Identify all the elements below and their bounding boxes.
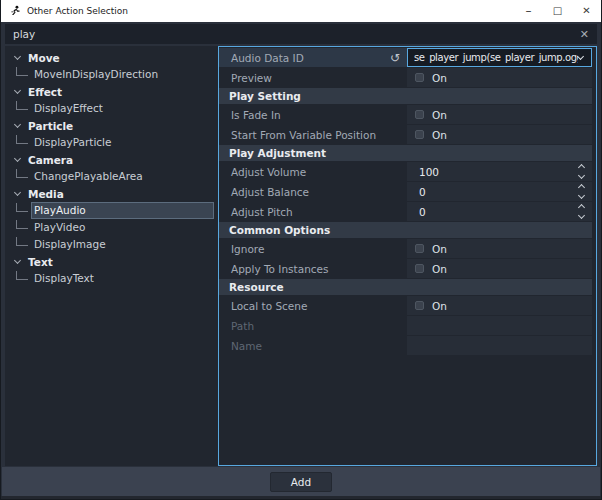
spin-updown-icon[interactable] — [579, 165, 584, 178]
tree-group-label: Media — [28, 188, 64, 200]
tree-branch-icon — [16, 67, 28, 76]
section-header-play-setting[interactable]: Play Setting — [219, 88, 592, 104]
tree-group-move[interactable]: Move — [5, 49, 218, 66]
tree-branch-icon — [16, 271, 28, 280]
spin-down-icon[interactable] — [578, 212, 585, 219]
checkbox-label: On — [432, 129, 447, 141]
tree-branch-icon — [16, 169, 28, 178]
property-value: 0 — [407, 202, 592, 221]
close-button[interactable]: ✕ — [572, 0, 601, 22]
dialog-window: Other Action Selection – □ ✕ play ✕ Move… — [0, 0, 602, 500]
spin-up-icon[interactable] — [578, 204, 585, 211]
property-row-ignore: IgnoreOn — [219, 239, 592, 258]
property-label: Start From Variable Position — [219, 125, 407, 144]
spin-updown-icon[interactable] — [579, 185, 584, 198]
tree-branch-icon — [16, 203, 28, 212]
chevron-down-icon — [14, 53, 21, 60]
path-text-field[interactable] — [407, 316, 592, 335]
dropdown-value: se_player_jump(se_player_jump.ogg) — [414, 52, 578, 63]
tree-branch-icon — [16, 135, 28, 144]
spin-updown-icon[interactable] — [579, 205, 584, 218]
action-tree: MoveMoveInDisplayDirectionEffectDisplayE… — [5, 46, 218, 466]
spin-down-icon[interactable] — [578, 172, 585, 179]
spin-value: 100 — [407, 166, 439, 178]
property-label: Adjust Pitch — [219, 202, 407, 221]
property-value: 0 — [407, 182, 592, 201]
tree-group-media[interactable]: Media — [5, 185, 218, 202]
checkbox-label: On — [432, 300, 447, 312]
tree-item-playvideo[interactable]: PlayVideo — [5, 219, 218, 236]
spin-value: 0 — [407, 186, 426, 198]
tree-item-label: PlayAudio — [31, 202, 214, 219]
tree-group-particle[interactable]: Particle — [5, 117, 218, 134]
tree-group-label: Move — [28, 52, 60, 64]
property-label-text: Start From Variable Position — [231, 129, 376, 141]
spin-down-icon[interactable] — [578, 192, 585, 199]
tree-item-label: DisplayImage — [31, 236, 214, 253]
property-label-text: Name — [231, 340, 262, 352]
property-row-apply-to-instances: Apply To InstancesOn — [219, 259, 592, 278]
audio-data-id-dropdown[interactable]: se_player_jump(se_player_jump.ogg) — [407, 48, 592, 67]
checkbox-label: On — [432, 109, 447, 121]
property-label: Name — [219, 336, 407, 355]
inspector-panel: Audio Data ID↺se_player_jump(se_player_j… — [218, 46, 597, 466]
tree-item-displayparticle[interactable]: DisplayParticle — [5, 134, 218, 151]
spin-value: 0 — [407, 206, 426, 218]
revert-icon[interactable]: ↺ — [390, 52, 400, 64]
tree-item-displayimage[interactable]: DisplayImage — [5, 236, 218, 253]
name-text-field[interactable] — [407, 336, 592, 355]
tree-group-label: Effect — [28, 86, 62, 98]
add-button[interactable]: Add — [270, 472, 332, 492]
search-input[interactable]: play ✕ — [5, 24, 597, 44]
content-area: MoveMoveInDisplayDirectionEffectDisplayE… — [5, 46, 597, 466]
footer-bar: Add — [2, 467, 600, 496]
tree-item-changeplayablearea[interactable]: ChangePlayableArea — [5, 168, 218, 185]
section-header-common-options[interactable]: Common Options — [219, 222, 592, 238]
tree-item-label: MoveInDisplayDirection — [31, 66, 214, 83]
section-header-resource[interactable]: Resource — [219, 279, 592, 295]
section-header-play-adjustment[interactable]: Play Adjustment — [219, 145, 592, 161]
tree-item-displayeffect[interactable]: DisplayEffect — [5, 100, 218, 117]
chevron-down-icon — [14, 155, 21, 162]
tree-group-effect[interactable]: Effect — [5, 83, 218, 100]
preview-checkbox[interactable] — [415, 73, 424, 82]
chevron-down-icon — [14, 87, 21, 94]
spin-up-icon[interactable] — [578, 184, 585, 191]
tree-group-text[interactable]: Text — [5, 253, 218, 270]
ignore-checkbox[interactable] — [415, 244, 424, 253]
tree-item-label: DisplayEffect — [31, 100, 214, 117]
minimize-button[interactable]: – — [514, 0, 543, 22]
property-value: On — [407, 105, 592, 124]
property-value: On — [407, 125, 592, 144]
property-label: Adjust Volume — [219, 162, 407, 181]
tree-branch-icon — [16, 237, 28, 246]
checkbox-label: On — [432, 263, 447, 275]
property-value: 100 — [407, 162, 592, 181]
property-row-adjust-balance: Adjust Balance0 — [219, 182, 592, 201]
property-row-adjust-volume: Adjust Volume100 — [219, 162, 592, 181]
search-value: play — [13, 28, 35, 40]
property-label: Preview — [219, 68, 407, 87]
spin-up-icon[interactable] — [578, 164, 585, 171]
tree-item-moveindisplaydirection[interactable]: MoveInDisplayDirection — [5, 66, 218, 83]
maximize-button[interactable]: □ — [543, 0, 572, 22]
is-fade-in-checkbox[interactable] — [415, 110, 424, 119]
start-from-variable-position-checkbox[interactable] — [415, 130, 424, 139]
property-row-start-from-variable-position: Start From Variable PositionOn — [219, 125, 592, 144]
clear-search-icon[interactable]: ✕ — [580, 28, 589, 41]
checkbox-label: On — [432, 72, 447, 84]
tree-item-playaudio[interactable]: PlayAudio — [5, 202, 218, 219]
tree-item-label: DisplayText — [31, 270, 214, 287]
property-label-text: Adjust Volume — [231, 166, 306, 178]
local-to-scene-checkbox[interactable] — [415, 301, 424, 310]
tree-group-camera[interactable]: Camera — [5, 151, 218, 168]
property-label-text: Path — [231, 320, 254, 332]
tree-branch-icon — [16, 220, 28, 229]
property-row-local-to-scene: Local to SceneOn — [219, 296, 592, 315]
apply-to-instances-checkbox[interactable] — [415, 264, 424, 273]
checkbox-label: On — [432, 243, 447, 255]
tree-item-displaytext[interactable]: DisplayText — [5, 270, 218, 287]
window-title: Other Action Selection — [27, 6, 128, 16]
window-bottom-edge — [1, 496, 601, 499]
chevron-down-icon — [14, 257, 21, 264]
